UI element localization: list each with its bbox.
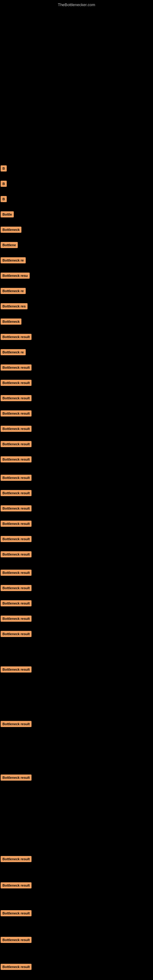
bottleneck-result-label: Bottleneck result (1, 410, 32, 417)
bottleneck-result-label: Bottleneck re (1, 349, 26, 355)
list-item: Bottleneck result (1, 551, 32, 558)
list-item: Bottleneck result (1, 616, 32, 623)
list-item: Bottleneck re (1, 288, 26, 295)
list-item: B (1, 165, 7, 173)
bottleneck-result-label: Bottleneck result (1, 551, 32, 557)
list-item: Bottleneck result (1, 536, 32, 543)
list-item: Bottleneck result (1, 426, 32, 433)
list-item: Bottleneck result (1, 441, 32, 449)
bottleneck-result-label: Bottlene (1, 242, 18, 248)
bottleneck-result-label: Bottleneck result (1, 475, 32, 481)
bottleneck-result-label: Bottleneck result (1, 456, 32, 463)
bottleneck-result-label: Bottleneck result (1, 570, 32, 576)
bottleneck-result-label: Bottleneck (1, 227, 21, 233)
bottleneck-result-label: B (1, 196, 7, 202)
bottleneck-result-label: Bottleneck (1, 318, 21, 325)
list-item: Bottleneck (1, 227, 21, 234)
list-item: Bottleneck result (1, 631, 32, 638)
bottleneck-result-label: Bottleneck result (1, 667, 32, 673)
list-item: Bottleneck result (1, 585, 32, 592)
list-item: Bottleneck result (1, 964, 32, 971)
list-item: Bottleneck result (1, 490, 32, 497)
bottleneck-result-label: Bottleneck result (1, 775, 32, 781)
list-item: Bottleneck resu (1, 272, 30, 280)
bottleneck-result-label: Bottleneck result (1, 856, 32, 862)
bottleneck-result-label: Bottleneck result (1, 964, 32, 970)
bottleneck-result-label: Bottleneck result (1, 937, 32, 943)
list-item: Bottleneck re (1, 349, 26, 356)
list-item: Bottleneck result (1, 600, 32, 608)
bottleneck-result-label: Bottleneck result (1, 395, 32, 401)
list-item: Bottleneck (1, 318, 21, 326)
list-item: Bottleneck result (1, 334, 32, 341)
list-item: Bottleneck re (1, 257, 26, 265)
list-item: Bottleneck result (1, 475, 32, 482)
bottleneck-result-label: Bottleneck result (1, 426, 32, 432)
site-title: TheBottlenecker.com (58, 2, 95, 7)
list-item: Bottlene (1, 242, 18, 249)
bottleneck-result-label: Bottleneck re (1, 288, 26, 294)
bottleneck-result-label: Bottleneck result (1, 882, 32, 888)
bottleneck-result-label: B (1, 165, 7, 172)
bottleneck-result-label: Bottleneck result (1, 631, 32, 637)
list-item: B (1, 196, 7, 204)
list-item: Bottleneck result (1, 505, 32, 513)
bottleneck-result-label: Bottleneck result (1, 721, 32, 727)
bottleneck-result-label: Bottleneck result (1, 600, 32, 606)
list-item: Bottleneck result (1, 380, 32, 387)
bottleneck-result-label: Bottleneck result (1, 910, 32, 916)
list-item: B (1, 181, 7, 188)
bottleneck-result-label: Bottle (1, 211, 14, 218)
list-item: Bottleneck result (1, 364, 32, 372)
list-item: Bottleneck result (1, 775, 32, 782)
list-item: Bottleneck result (1, 856, 32, 863)
list-item: Bottleneck result (1, 882, 32, 890)
list-item: Bottleneck result (1, 910, 32, 918)
list-item: Bottle (1, 211, 14, 219)
bottleneck-result-label: Bottleneck result (1, 441, 32, 447)
list-item: Bottleneck result (1, 721, 32, 728)
bottleneck-result-label: Bottleneck result (1, 616, 32, 622)
bottleneck-result-label: Bottleneck result (1, 536, 32, 542)
list-item: Bottleneck result (1, 937, 32, 944)
bottleneck-result-label: Bottleneck result (1, 505, 32, 511)
bottleneck-result-label: Bottleneck result (1, 585, 32, 591)
list-item: Bottleneck result (1, 410, 32, 418)
bottleneck-result-label: Bottleneck result (1, 490, 32, 496)
bottleneck-result-label: Bottleneck result (1, 364, 32, 371)
bottleneck-result-label: Bottleneck re (1, 257, 26, 263)
list-item: Bottleneck result (1, 520, 32, 528)
list-item: Bottleneck result (1, 456, 32, 464)
list-item: Bottleneck result (1, 667, 32, 674)
list-item: Bottleneck result (1, 395, 32, 402)
bottleneck-result-label: Bottleneck result (1, 520, 32, 527)
bottleneck-result-label: Bottleneck result (1, 380, 32, 386)
bottleneck-result-label: Bottleneck res (1, 303, 27, 309)
bottleneck-result-label: Bottleneck result (1, 334, 32, 340)
bottleneck-result-label: B (1, 181, 7, 187)
bottleneck-result-label: Bottleneck resu (1, 272, 30, 279)
list-item: Bottleneck res (1, 303, 27, 310)
list-item: Bottleneck result (1, 570, 32, 577)
